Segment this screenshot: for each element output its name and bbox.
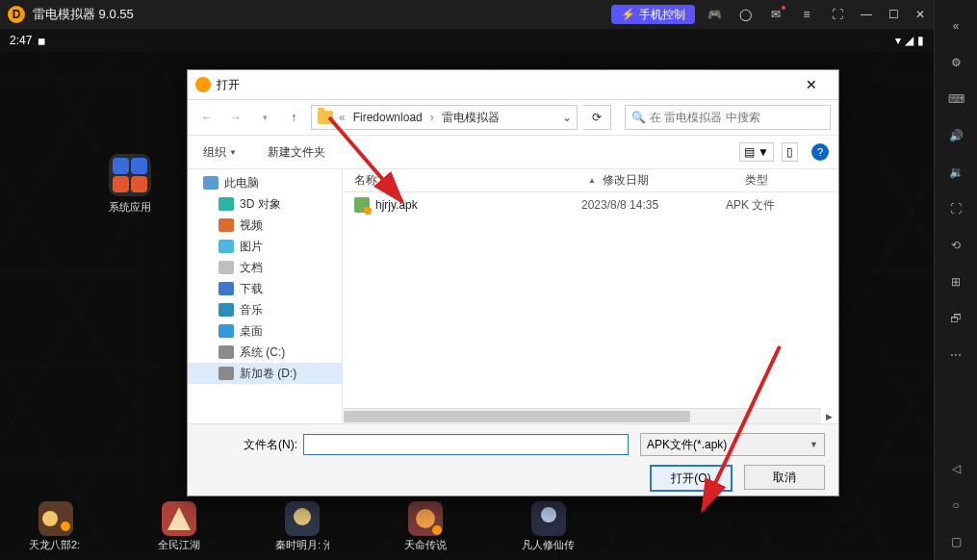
recent-nav-icon[interactable]: ▢ [935,523,978,560]
breadcrumb-seg[interactable]: 雷电模拟器 [436,106,505,129]
search-field[interactable]: 🔍 在 雷电模拟器 中搜索 [625,105,831,130]
cancel-button[interactable]: 取消 [744,465,825,490]
new-folder-button[interactable]: 新建文件夹 [262,141,331,164]
dock-label: 凡人修仙传: 人界篇 [522,538,576,552]
mail-icon[interactable]: ✉ [762,0,789,29]
nav-up-button[interactable]: ↑ [282,106,305,129]
minimize-button[interactable]: — [853,0,880,29]
help-button[interactable]: ? [811,143,829,161]
tree-item[interactable]: 桌面 [188,320,342,342]
organize-button[interactable]: 组织▼ [197,141,243,164]
dock-item-0[interactable]: 天龙八部2: 飞龙战天 [29,501,83,552]
tree-item-label: 系统 (C:) [240,344,285,361]
file-row[interactable]: hjrjy.apk2023/8/8 14:35APK 文件 [343,192,838,217]
dock-item-2[interactable]: 秦时明月: 沧海 (预下载) [275,501,329,552]
dialog-titlebar: 打开 ✕ [188,70,838,100]
open-button[interactable]: 打开(O) [650,465,733,492]
dock-item-3[interactable]: 天命传说 [399,501,452,552]
file-name: hjrjy.apk [375,198,581,212]
address-bar[interactable]: « Firedownload › 雷电模拟器 ⌄ [311,105,578,130]
list-header[interactable]: 名称 ▲ 修改日期 类型 [343,168,838,192]
dock-label: 天命传说 [399,538,452,552]
nav-back-button[interactable]: ← [195,106,219,129]
filename-input[interactable] [303,434,629,455]
svg-point-1 [42,511,58,526]
multi-instance-icon[interactable]: ⊞ [935,264,978,300]
collapse-icon[interactable]: « [935,8,978,44]
more-icon[interactable]: ⋯ [935,337,978,373]
tree-item-icon [203,176,219,190]
tree-item-icon [219,197,234,211]
tree-item-label: 桌面 [240,323,263,340]
home-dock: 天龙八部2: 飞龙战天 全民江湖 秦时明月: 沧海 (预下载) 天命传说 凡人修… [0,493,934,560]
tree-item[interactable]: 3D 对象 [188,193,342,215]
search-icon: 🔍 [631,111,646,124]
tree-item-icon [219,367,234,380]
dock-item-4[interactable]: 凡人修仙传: 人界篇 [522,501,576,552]
maximize-button[interactable]: ☐ [880,0,907,29]
tree-item-label: 下载 [240,281,263,297]
back-nav-icon[interactable]: ◁ [935,450,978,487]
desktop-icon-system-apps[interactable]: 系统应用 [96,154,164,215]
col-type-header[interactable]: 类型 [745,172,832,189]
app-titlebar: D 雷电模拟器 9.0.55 ⚡ 手机控制 🎮 ◯ ✉ ≡ ⛶ — ☐ ✕ [0,0,934,29]
refresh-icon[interactable]: ⟲ [935,227,978,264]
file-date: 2023/8/8 14:35 [581,198,726,212]
user-icon[interactable]: ◯ [732,0,758,29]
scrollbar-thumb[interactable] [344,411,690,422]
phone-control-label: 手机控制 [639,7,685,23]
settings-icon[interactable]: ⚙ [935,44,978,81]
tree-item[interactable]: 系统 (C:) [188,342,342,363]
dialog-close-button[interactable]: ✕ [792,70,831,99]
search-placeholder: 在 雷电模拟器 中搜索 [650,110,760,126]
view-mode-button[interactable]: ▤▼ [739,142,774,162]
volume-down-icon[interactable]: 🔉 [935,154,978,191]
dialog-navbar: ← → ▾ ↑ « Firedownload › 雷电模拟器 ⌄ ⟳ 🔍 在 雷… [188,100,838,136]
tree-item[interactable]: 此电脑 [188,172,342,193]
clock: 2:47 [10,34,32,47]
tree-item[interactable]: 新加卷 (D:) [188,363,342,384]
preview-pane-button[interactable]: ▯ [782,142,798,162]
folder-tree[interactable]: 此电脑3D 对象视频图片文档下载音乐桌面系统 (C:)新加卷 (D:) [188,168,343,424]
filename-label: 文件名(N): [201,437,303,453]
file-type: APK 文件 [726,197,775,214]
phone-control-button[interactable]: ⚡ 手机控制 [611,5,695,24]
menu-icon[interactable]: ≡ [793,0,820,29]
tree-item-label: 图片 [240,239,263,255]
chevron-down-icon: ▼ [810,440,818,449]
tree-item-label: 此电脑 [224,175,259,191]
svg-point-8 [432,525,442,535]
tree-item-icon [219,240,234,253]
col-name-header[interactable]: 名称 [343,172,587,189]
dialog-footer: 文件名(N): APK文件(*.apk) ▼ 打开(O) 取消 [188,423,838,496]
sync-icon[interactable]: 🗗 [935,300,978,337]
horizontal-scrollbar[interactable]: ◀ ▶ [344,408,821,424]
tree-item-label: 3D 对象 [240,196,281,213]
filetype-select[interactable]: APK文件(*.apk) ▼ [640,433,825,456]
tree-item[interactable]: 视频 [188,215,342,236]
svg-point-5 [294,508,311,525]
signal-icon: ◢ [905,34,913,47]
nav-history-button[interactable]: ▾ [253,106,276,129]
address-dropdown[interactable]: ⌄ [557,111,577,124]
refresh-button[interactable]: ⟳ [583,105,611,130]
tree-item[interactable]: 音乐 [188,299,342,320]
close-button[interactable]: ✕ [907,0,934,29]
gamepad-icon[interactable]: 🎮 [701,0,728,29]
file-list[interactable]: 名称 ▲ 修改日期 类型 hjrjy.apk2023/8/8 14:35APK … [343,168,838,424]
home-nav-icon[interactable]: ○ [935,487,978,523]
fullscreen2-icon[interactable]: ⛶ [935,191,978,227]
tree-item[interactable]: 下载 [188,278,342,299]
scroll-right-arrow-icon[interactable]: ▶ [821,409,836,424]
tree-item[interactable]: 图片 [188,236,342,257]
dock-item-1[interactable]: 全民江湖 [152,501,206,552]
breadcrumb-seg[interactable]: Firedownload [347,106,428,129]
svg-point-2 [61,522,70,531]
apk-file-icon [354,197,370,213]
dock-label: 秦时明月: 沧海 (预下载) [275,538,329,552]
volume-up-icon[interactable]: 🔊 [935,117,978,154]
tree-item[interactable]: 文档 [188,257,342,278]
keyboard-icon[interactable]: ⌨ [935,81,978,117]
fullscreen-icon[interactable]: ⛶ [824,0,851,29]
col-date-header[interactable]: 修改日期 [597,172,745,189]
